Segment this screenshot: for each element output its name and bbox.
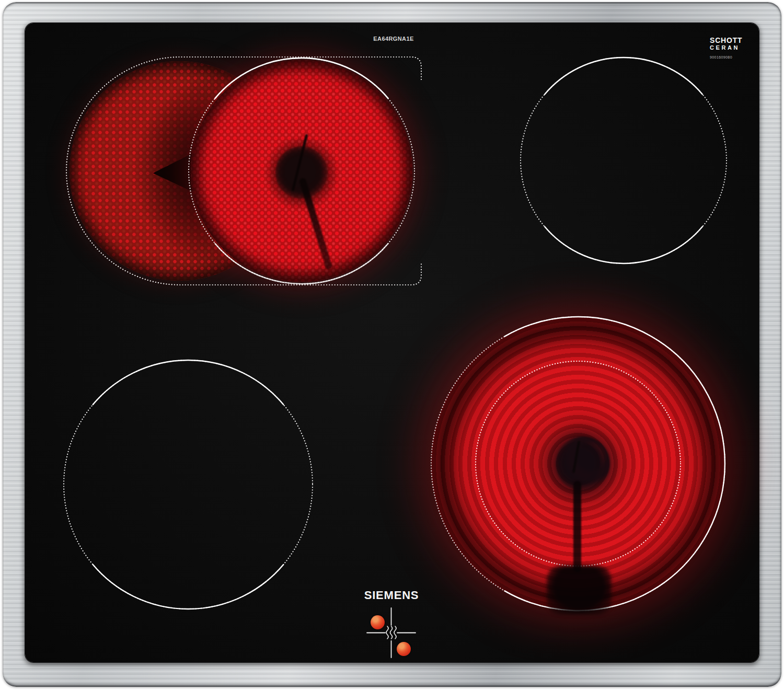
heating-element-hub bbox=[556, 436, 610, 491]
schott-wordmark: SCHOTT bbox=[710, 37, 757, 44]
siemens-logo: SIEMENS bbox=[352, 589, 431, 602]
schott-ceran-logo: SCHOTT CERAN 9001609080 bbox=[710, 37, 757, 59]
model-code-label: EA64RGNA1E bbox=[341, 36, 446, 42]
product-photo: EA64RGNA1E SCHOTT CERAN 9001609080 SIEME… bbox=[0, 0, 784, 690]
glass-serial-number: 9001609080 bbox=[710, 55, 757, 59]
element-terminal-shadow bbox=[547, 566, 612, 615]
zone-rear-left-main-glow bbox=[191, 60, 412, 282]
element-stem bbox=[573, 481, 581, 572]
ceran-wordmark: CERAN bbox=[710, 45, 757, 51]
indicator-dot-left bbox=[371, 615, 385, 629]
indicator-dot-right bbox=[397, 642, 411, 656]
